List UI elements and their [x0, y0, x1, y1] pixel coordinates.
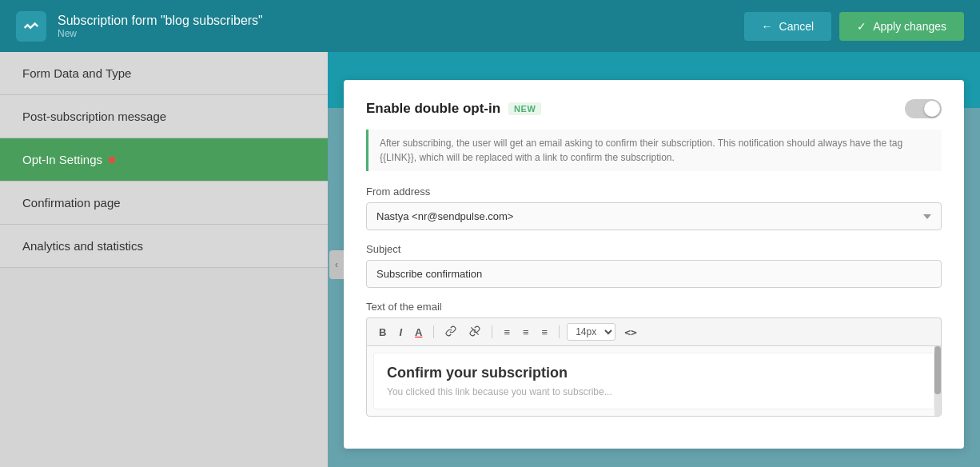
- italic-button[interactable]: I: [395, 325, 406, 340]
- align-center-button[interactable]: ≡: [519, 325, 533, 340]
- sidebar-item-label: Confirmation page: [22, 196, 121, 210]
- sidebar: Form Data and Type Post-subscription mes…: [0, 52, 328, 467]
- toolbar-divider-3: [559, 325, 560, 338]
- info-box: After subscribing, the user will get an …: [366, 130, 942, 171]
- align-right-button[interactable]: ≡: [538, 325, 552, 340]
- check-icon: ✓: [857, 20, 866, 33]
- align-left-button[interactable]: ≡: [500, 325, 514, 340]
- double-optin-toggle[interactable]: [905, 99, 942, 118]
- new-badge: NEW: [508, 102, 541, 115]
- header-title-group: Subscription form "blog subscribers" New: [58, 14, 263, 39]
- page-subtitle: New: [58, 28, 263, 39]
- page-title: Subscription form "blog subscribers": [58, 14, 263, 28]
- optin-title: Enable double opt-in NEW: [366, 101, 541, 117]
- content-area: ‹ Enable double opt-in NEW After subscri…: [328, 52, 980, 467]
- subject-label: Subject: [366, 243, 942, 255]
- code-button[interactable]: <>: [620, 325, 641, 340]
- arrow-left-icon: ←: [762, 20, 773, 33]
- main-layout: Form Data and Type Post-subscription mes…: [0, 52, 980, 467]
- unlink-button[interactable]: [465, 324, 484, 341]
- apply-label: Apply changes: [873, 20, 946, 33]
- font-size-select[interactable]: 14px 12px 16px 18px: [567, 323, 615, 341]
- optin-title-text: Enable double opt-in: [366, 101, 500, 117]
- email-preview-title: Confirm your subscription: [387, 365, 921, 381]
- sidebar-item-label: Analytics and statistics: [22, 239, 143, 253]
- scroll-thumb: [934, 346, 941, 394]
- header: Subscription form "blog subscribers" New…: [0, 0, 980, 52]
- header-left: Subscription form "blog subscribers" New: [16, 11, 263, 42]
- apply-changes-button[interactable]: ✓ Apply changes: [839, 12, 964, 41]
- editor-toolbar: B I A ≡ ≡ ≡ 14px: [366, 317, 942, 345]
- collapse-arrow[interactable]: ‹: [329, 250, 344, 279]
- scroll-indicator[interactable]: [934, 346, 941, 416]
- email-preview-text: You clicked this link because you want t…: [387, 386, 921, 397]
- bold-button[interactable]: B: [375, 325, 390, 340]
- toggle-knob: [924, 101, 940, 117]
- cancel-label: Cancel: [779, 20, 815, 33]
- sidebar-item-post-subscription[interactable]: Post-subscription message: [0, 95, 328, 138]
- toolbar-divider-2: [492, 325, 492, 338]
- sidebar-item-label: Post-subscription message: [22, 110, 166, 123]
- svg-line-0: [472, 327, 479, 334]
- sidebar-item-label: Opt-In Settings: [22, 153, 102, 166]
- logo-icon: [16, 11, 46, 42]
- email-text-field-group: Text of the email B I A ≡ ≡ ≡: [366, 301, 942, 417]
- email-preview: Confirm your subscription You clicked th…: [373, 353, 934, 409]
- red-dot-indicator: [109, 157, 115, 163]
- toolbar-divider-1: [433, 325, 434, 338]
- optin-settings-card: ‹ Enable double opt-in NEW After subscri…: [344, 80, 964, 449]
- sidebar-item-form-data[interactable]: Form Data and Type: [0, 52, 328, 95]
- from-address-field-group: From address Nastya <nr@sendpulse.com>: [366, 186, 942, 230]
- sidebar-item-analytics[interactable]: Analytics and statistics: [0, 225, 328, 268]
- link-button[interactable]: [441, 324, 460, 341]
- header-actions: ← Cancel ✓ Apply changes: [744, 12, 964, 41]
- optin-header: Enable double opt-in NEW: [366, 99, 942, 118]
- info-text: After subscribing, the user will get an …: [380, 136, 930, 165]
- from-address-label: From address: [366, 186, 942, 198]
- email-body-editor[interactable]: Confirm your subscription You clicked th…: [366, 345, 942, 417]
- subject-input[interactable]: [366, 260, 942, 288]
- sidebar-item-optin-settings[interactable]: Opt-In Settings: [0, 138, 328, 182]
- sidebar-item-confirmation-page[interactable]: Confirmation page: [0, 182, 328, 225]
- from-address-select[interactable]: Nastya <nr@sendpulse.com>: [366, 202, 942, 230]
- sidebar-item-label: Form Data and Type: [22, 66, 131, 80]
- font-color-button[interactable]: A: [411, 325, 426, 340]
- email-text-label: Text of the email: [366, 301, 942, 313]
- cancel-button[interactable]: ← Cancel: [744, 12, 832, 41]
- subject-field-group: Subject: [366, 243, 942, 288]
